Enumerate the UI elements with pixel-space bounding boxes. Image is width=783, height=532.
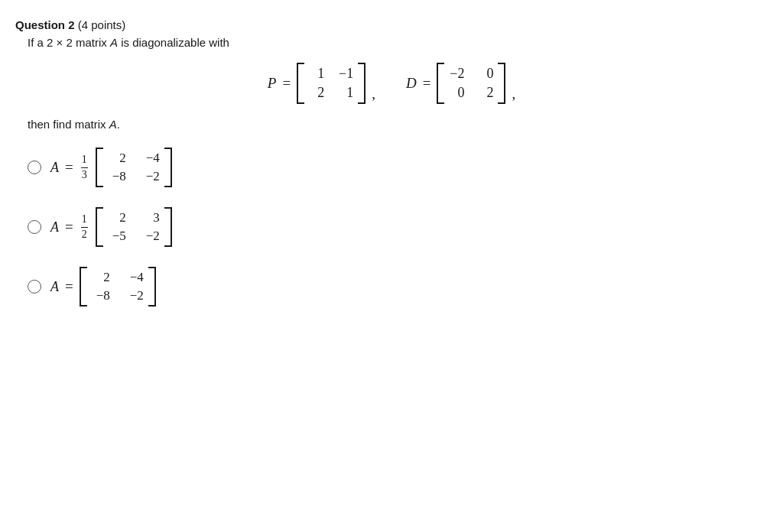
question-container: Question 2 (4 points) If a 2 × 2 matrix … [15, 18, 768, 307]
P-bracket-left [297, 63, 304, 104]
answer-3-cells: 2 −4 −8 −2 [92, 267, 144, 307]
answer-2-fraction: 1 2 [81, 212, 88, 241]
a3-cell-10: −8 [92, 288, 110, 303]
P-cell-11: 1 [338, 85, 353, 101]
P-bracket-right [358, 63, 366, 104]
a2-cell-00: 2 [108, 210, 126, 225]
D-cell-11: 2 [478, 85, 493, 101]
answer-option-3: A = 2 −4 −8 −2 [28, 267, 768, 307]
a1-cell-11: −2 [141, 169, 160, 184]
answer-2-equals: = [65, 219, 73, 235]
D-expression: D = −2 0 0 2 , [406, 63, 515, 104]
a3-cell-11: −2 [125, 288, 144, 303]
P-equals: = [282, 75, 291, 92]
then-find-text: then find matrix A. [28, 118, 768, 131]
a1-cell-01: −4 [141, 151, 160, 166]
answer-math-2: A = 1 2 2 3 −5 −2 [50, 207, 172, 247]
D-cell-01: 0 [478, 66, 493, 82]
radio-3[interactable] [28, 280, 41, 294]
radio-2[interactable] [28, 220, 41, 234]
question-intro: If a 2 × 2 matrix A is diagonalizable wi… [28, 36, 768, 49]
a3-cell-01: −4 [125, 270, 144, 285]
answer-2-matrix-bracket: 2 3 −5 −2 [96, 207, 172, 247]
a2-cell-10: −5 [108, 229, 126, 244]
D-matrix-bracket: −2 0 0 2 [437, 63, 505, 104]
P-matrix-cells: 1 −1 2 1 [309, 63, 353, 104]
D-label: D [406, 75, 417, 92]
a3-cell-00: 2 [92, 270, 110, 285]
a1-cell-00: 2 [108, 151, 126, 166]
answer-option-2: A = 1 2 2 3 −5 −2 [28, 207, 768, 247]
a2-cell-01: 3 [141, 210, 160, 225]
answer-3-label: A [50, 279, 59, 295]
answer-math-1: A = 1 3 2 −4 −8 −2 [50, 148, 172, 187]
P-comma: , [372, 86, 375, 104]
question-points: (4 points) [78, 18, 126, 31]
answer-3-matrix-bracket: 2 −4 −8 −2 [80, 267, 156, 307]
answer-1-matrix-bracket: 2 −4 −8 −2 [96, 148, 172, 187]
D-comma: , [512, 86, 515, 104]
answer-1-fraction: 1 3 [81, 153, 88, 181]
question-header: Question 2 (4 points) [15, 18, 768, 31]
P-cell-10: 2 [309, 85, 324, 101]
radio-1[interactable] [28, 161, 41, 174]
answer-math-3: A = 2 −4 −8 −2 [50, 267, 156, 307]
D-bracket-right [498, 63, 505, 104]
P-matrix-bracket: 1 −1 2 1 [297, 63, 366, 104]
a1-cell-10: −8 [108, 169, 126, 184]
answer-2-cells: 2 3 −5 −2 [108, 207, 160, 247]
a2-cell-11: −2 [141, 229, 160, 244]
P-cell-00: 1 [309, 66, 324, 82]
answer-option-1: A = 1 3 2 −4 −8 −2 [28, 148, 768, 187]
answer-1-label: A [50, 160, 59, 176]
P-cell-01: −1 [338, 66, 353, 82]
D-equals: = [423, 75, 431, 92]
P-expression: P = 1 −1 2 1 , [268, 63, 375, 104]
answer-1-cells: 2 −4 −8 −2 [108, 148, 160, 187]
P-label: P [268, 75, 277, 92]
answer-1-equals: = [65, 159, 73, 176]
answers-container: A = 1 3 2 −4 −8 −2 [28, 148, 768, 307]
D-matrix-cells: −2 0 0 2 [449, 63, 493, 104]
answer-2-label: A [50, 219, 59, 235]
matrix-display: P = 1 −1 2 1 , D = −2 0 [15, 63, 768, 104]
question-title: Question 2 [15, 18, 75, 31]
D-cell-10: 0 [449, 85, 464, 101]
D-cell-00: −2 [449, 66, 464, 82]
D-bracket-left [437, 63, 444, 104]
answer-3-equals: = [65, 278, 73, 295]
